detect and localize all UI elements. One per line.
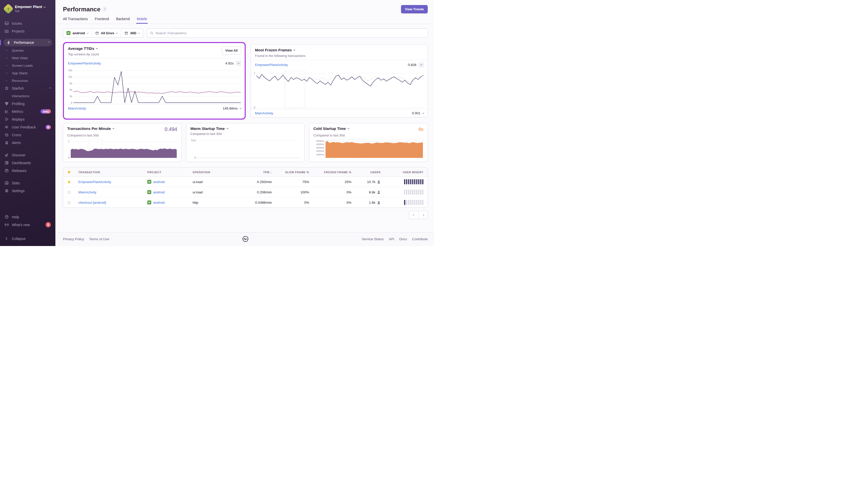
chevron-down-icon [44,5,46,7]
svg-text:1: 1 [68,140,70,143]
frozen-bottom-value: 0.001 [412,111,420,115]
sidebar-item-issues[interactable]: Issues [0,19,55,27]
svg-text:0: 0 [68,156,70,158]
warm-startup-title[interactable]: Warm Startup Time [190,126,228,131]
contribute-link[interactable]: Contribute [412,237,428,241]
favorite-star-toggle[interactable] [67,190,78,194]
service-status-link[interactable]: Service Status [362,237,384,241]
svg-text:0: 0 [194,156,196,158]
user-misery-bars [381,190,424,195]
sidebar-item-alerts[interactable]: Alerts [0,139,55,147]
star-icon [4,86,9,91]
profiling-icon [4,101,9,106]
ttid-bottom-value: 145.68ms [223,106,238,110]
view-trends-button[interactable]: View Trends [401,5,428,13]
sidebar-item-settings[interactable]: Settings [0,187,55,195]
average-ttids-subtitle: Top screens by count [68,52,241,56]
sidebar-item-replays[interactable]: Replays [0,115,55,123]
sidebar-item-dashboards[interactable]: Dashboards [0,159,55,167]
sidebar-item-crons[interactable]: Crons [0,131,55,139]
cold-startup-title[interactable]: Cold Startup Time [313,126,349,131]
most-frozen-frames-subtitle: Found in the following transactions [255,54,424,58]
tab-mobile[interactable]: Mobile [137,17,147,24]
project-filter[interactable]: android [63,29,92,37]
favorite-star-toggle[interactable] [67,201,78,204]
tab-all-transactions[interactable]: All Transactions [63,17,88,24]
sidebar-item-interactions[interactable]: Interactions [0,92,55,100]
svg-text:2000ms: 2000ms [316,150,325,152]
view-all-button[interactable]: View All [222,46,241,55]
user-icon [377,190,381,194]
sentry-logo-icon [242,236,249,242]
sidebar-item-releases[interactable]: Releases [0,167,55,174]
most-frozen-frames-title[interactable]: Most Frozen Frames [255,48,424,52]
svg-text:1ms: 1ms [191,139,196,142]
sidebar-item-performance[interactable]: Performance [3,39,52,46]
gear-icon [4,189,9,193]
sidebar-item-discover[interactable]: Discover [0,151,55,159]
filter-bar: android All Envs 30D [63,28,428,38]
sidebar-item-resources[interactable]: Resources [0,77,55,84]
expand-row-button[interactable] [240,107,241,109]
next-page-button[interactable] [418,211,428,219]
svg-text:15s: 15s [68,69,72,72]
docs-link[interactable]: Docs [399,237,407,241]
date-range-filter[interactable]: 30D [121,29,143,37]
transaction-link[interactable]: MainActivity [78,190,147,194]
svg-text:6s: 6s [70,89,72,91]
project-link[interactable]: android [153,180,164,184]
project-link[interactable]: android [153,190,164,194]
help-icon[interactable]: ? [102,7,107,11]
org-project: Nar [15,9,45,13]
sidebar-item-queries[interactable]: Queries [0,47,55,54]
chevron-down-icon [96,47,98,49]
transaction-link[interactable]: MainActivity [68,106,86,110]
transaction-link[interactable]: checkout [android] [78,201,147,204]
sidebar-item-starfish[interactable]: Starfish [0,84,55,92]
api-link[interactable]: API [389,237,394,241]
org-switcher[interactable]: Empower Plant Nar [0,4,55,13]
previous-page-button[interactable] [409,211,418,219]
collapse-row-button[interactable] [236,61,241,66]
sidebar-item-app-starts[interactable]: App Starts [0,69,55,77]
sidebar-item-whats-new[interactable]: What's new 5 [0,221,55,229]
collapse-row-button[interactable] [419,62,424,68]
tab-backend[interactable]: Backend [116,17,130,24]
svg-text:12s: 12s [68,76,72,78]
transaction-link[interactable]: EmpowerPlantActivity [68,62,101,65]
android-icon [147,180,151,184]
tpm-title[interactable]: Transactions Per Minute [67,126,114,131]
cold-startup-chart: 5000ms4000ms3000ms2000ms1000ms [313,139,424,158]
terms-of-use-link[interactable]: Terms of Use [89,237,109,241]
expand-row-button[interactable] [423,112,424,114]
transaction-link[interactable]: EmpowerPlantActivity [78,180,147,184]
project-link[interactable]: android [153,201,164,204]
chevron-up-icon [48,42,50,44]
sidebar-item-profiling[interactable]: Profiling [0,100,55,107]
cold-startup-value: 4s [418,126,424,132]
sidebar-item-projects[interactable]: Projects [0,27,55,35]
favorite-star-toggle[interactable] [67,180,78,184]
app-root: Empower Plant Nar Issues Projects Perfor… [0,0,434,246]
svg-text:5000ms: 5000ms [316,140,325,142]
warm-startup-chart: 1ms0 [190,137,300,158]
star-icon [67,170,78,174]
sidebar-item-screen-loads[interactable]: Screen Loads [0,62,55,69]
average-ttids-title[interactable]: Average TTIDs [68,46,241,51]
chevron-down-icon [138,32,140,33]
search-input[interactable] [156,31,425,35]
sidebar-collapse-button[interactable]: Collapse [0,235,55,243]
environment-filter[interactable]: All Envs [92,29,121,37]
siren-icon [4,141,9,145]
privacy-policy-link[interactable]: Privacy Policy [63,237,84,241]
sidebar-item-stats[interactable]: Stats [0,179,55,187]
page-title: Performance [63,6,100,13]
sidebar-item-help[interactable]: Help [0,213,55,221]
sidebar-item-user-feedback[interactable]: User Feedback B [0,123,55,131]
transaction-link[interactable]: MainActivity [255,111,273,115]
sidebar-item-web-vitals[interactable]: Web Vitals [0,54,55,62]
sidebar-item-metrics[interactable]: Metrics beta [0,107,55,115]
android-icon [147,200,151,204]
transaction-link[interactable]: EmpowerPlantActivity [255,63,288,67]
tab-frontend[interactable]: Frontend [95,17,109,24]
